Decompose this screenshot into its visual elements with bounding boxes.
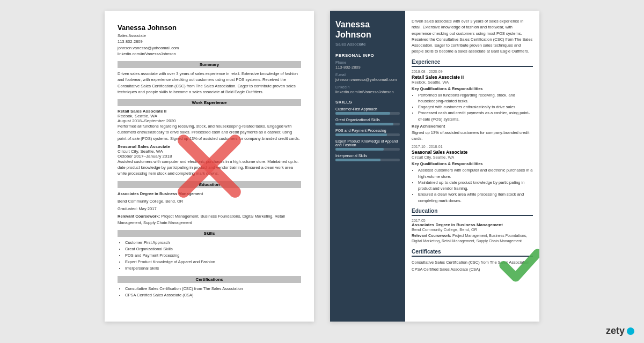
cert-1: Consultative Sales Certification (CSC) f… (125, 286, 301, 292)
right-job1-bullet-2: Engaged with customers enthusiastically … (418, 104, 533, 110)
right-cert-1: Consultative Sales Certification (CSC) f… (412, 259, 533, 265)
right-job1-bullet-1: Performed all functions regarding receiv… (418, 92, 533, 105)
right-job1-qual-label: Key Qualifications & Responsibilities (412, 86, 533, 91)
edu-graduated: Graduated: May 2017 (118, 206, 301, 212)
sidebar-linkedin-value: linkedin.com/in/VanessaJohnson (335, 90, 400, 94)
right-job2-title: Seasonal Sales Associate (412, 150, 533, 155)
job-1: Retail Sales Associate II Reebok, Seattl… (118, 109, 301, 141)
right-name-line1: Vanessa Johnson (335, 19, 400, 40)
resume-right: Vanessa Johnson Sales Associate Personal… (330, 11, 539, 322)
right-job1-dates: 2018-08 - 2020-09 (412, 70, 443, 73)
sidebar-email-value: johnson.vanessa@yahoomail.com (335, 77, 400, 82)
right-job1-achieve-label: Key Achievement (412, 124, 533, 129)
skill-5: Interpersonal Skills (125, 265, 301, 272)
edu-school: Bend Community College, Bend, OR (118, 198, 301, 204)
left-skills-list: Customer-First Approach Great Organizati… (125, 240, 301, 272)
edu-degree: Associates Degree in Business Management (118, 191, 301, 197)
resume-sidebar: Vanessa Johnson Sales Associate Personal… (330, 11, 405, 322)
right-edu-degree: Associates Degree in Business Management (412, 222, 533, 227)
right-edu-coursework: Relevant Coursework: Project Management,… (412, 233, 533, 244)
skill-bar-5: Interpersonal Skills (335, 154, 400, 161)
skills-section-label: Skills (335, 100, 400, 105)
skill-3: POS and Payment Processing (125, 252, 301, 259)
right-job2-bullet-1: Assisted customers with computer and ele… (418, 167, 533, 180)
left-email: johnson.vanessa@yahoomail.com (118, 45, 301, 51)
job1-title: Retail Sales Associate II (118, 109, 301, 114)
right-summary: Driven sales associate with over 3 years… (412, 18, 533, 55)
right-job2-bullet-3: Ensured a clean work area while processi… (418, 191, 533, 204)
right-job1-bullets: Performed all functions regarding receiv… (418, 92, 533, 122)
right-job2-qual-label: Key Qualifications & Responsibilities (412, 161, 533, 166)
zety-dot-icon (627, 327, 634, 335)
cert-2: CPSA Certified Sales Associate (CSA) (125, 292, 301, 299)
education-header: Education (118, 181, 301, 188)
certs-section-title: Certificates (412, 249, 533, 257)
sidebar-phone-value: 113-802-2809 (335, 65, 400, 70)
left-job-title: Sales Associate (118, 33, 301, 39)
right-job2-bullet-2: Maintained up-to-date product knowledge … (418, 180, 533, 192)
work-header: Work Experience (118, 99, 301, 106)
right-job1-company: Reebok, Seattle, WA (412, 80, 533, 85)
zety-logo: zety (606, 325, 634, 337)
right-job2-dates: 2017-10 - 2018-01 (412, 145, 443, 148)
sidebar-phone-label: Phone (335, 61, 400, 64)
skill-bar-3: POS and Payment Processing (335, 129, 400, 136)
right-job1-title: Retail Sales Associate II (412, 74, 533, 80)
right-main-content: Driven sales associate with over 3 years… (405, 11, 539, 322)
job-2: Seasonal Sales Associate Circuit City, S… (118, 144, 301, 177)
summary-header: Summary (118, 61, 301, 68)
skill-2: Great Organizational Skills (125, 246, 301, 252)
job1-dates: August 2018–September 2020 (118, 118, 301, 123)
job2-dates: October 2017–January 2018 (118, 154, 301, 159)
job2-duties: Assisted customers with computer and ele… (118, 159, 301, 177)
right-job-2: 2017-10 - 2018-01 Seasonal Sales Associa… (412, 145, 533, 204)
education-section-title: Education (412, 208, 533, 216)
zety-brand-text: zety (606, 325, 625, 337)
skills-header: Skills (118, 230, 301, 237)
right-job1-achievement: Signed up 13% of assisted customers for … (412, 130, 533, 142)
right-education: 2017-05 Associates Degree in Business Ma… (412, 219, 533, 244)
coursework-label: Relevant Coursework: (118, 214, 160, 219)
left-contact: Sales Associate 113-802-2809 johnson.van… (118, 33, 301, 57)
job1-duties: Performed all functions regarding receiv… (118, 123, 301, 141)
page-container: Vanessa Johnson Sales Associate 113-802-… (0, 0, 644, 343)
experience-section-title: Experience (412, 59, 533, 67)
right-job-title: Sales Associate (335, 42, 400, 47)
right-cert-2: CPSA Certified Sales Associate (CSA) (412, 266, 533, 272)
left-education: Associates Degree in Business Management… (118, 191, 301, 226)
certs-header: Certifications (118, 276, 301, 283)
personal-info-header: Personal Info (335, 53, 400, 58)
skill-1: Customer-First Approach (125, 240, 301, 246)
left-summary-text: Driven sales associate with over 3 years… (118, 71, 301, 95)
job2-company: Circuit City, Seattle, WA (118, 149, 301, 154)
right-job2-bullets: Assisted customers with computer and ele… (418, 167, 533, 204)
right-job-1: 2018-08 - 2020-09 Retail Sales Associate… (412, 70, 533, 142)
right-job1-bullet-3: Processed cash and credit payments as a … (418, 110, 533, 122)
job2-title: Seasonal Sales Associate (118, 144, 301, 149)
right-job2-company: Circuit City, Seattle, WA (412, 155, 533, 160)
skill-bar-4: Expert Product Knowledge of Apparel and … (335, 139, 400, 151)
sidebar-linkedin-label: LinkedIn (335, 85, 400, 89)
left-linkedin: linkedin.com/in/VanessaJohnson (118, 51, 301, 57)
right-edu-date: 2017-05 (412, 219, 533, 222)
left-name: Vanessa Johnson (118, 24, 301, 32)
sidebar-email-label: E-mail (335, 73, 400, 77)
right-coursework-label: Relevant Coursework: (412, 234, 451, 237)
skill-bar-1: Customer-First Approach (335, 107, 400, 115)
skill-bar-2: Great Organizational Skills (335, 118, 400, 125)
skill-4: Expert Product Knowledge of Apparel and … (125, 259, 301, 265)
resume-left: Vanessa Johnson Sales Associate 113-802-… (105, 11, 314, 322)
left-certs-list: Consultative Sales Certification (CSC) f… (125, 286, 301, 299)
edu-coursework: Relevant Coursework: Project Management,… (118, 213, 301, 226)
left-phone: 113-802-2809 (118, 39, 301, 44)
job1-company: Reebok, Seattle, WA (118, 114, 301, 118)
right-edu-school: Bend Community College, Bend, OR (412, 227, 533, 232)
